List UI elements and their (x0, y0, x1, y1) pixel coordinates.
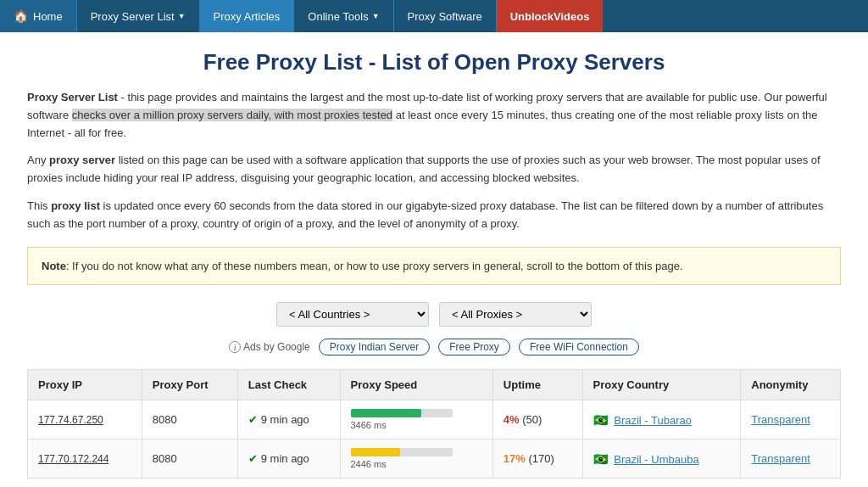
nav-proxy-server-list-label: Proxy Server List (91, 10, 175, 23)
note-text: Note: If you do not know what any of the… (42, 260, 683, 272)
cell-uptime-1: 17% (170) (492, 439, 582, 479)
cell-anonymity-1: Transparent (741, 439, 841, 479)
check-icon-0: ✔ (248, 413, 258, 426)
flag-icon-1: 🇧🇷 (593, 452, 608, 466)
flag-icon-0: 🇧🇷 (593, 413, 608, 427)
ad-badge-proxy-indian[interactable]: Proxy Indian Server (319, 339, 430, 355)
uptime-percent-0: 4% (504, 413, 520, 426)
country-filter[interactable]: < All Countries > United States Brazil R… (276, 302, 429, 327)
cell-lastcheck-1: ✔9 min ago (237, 439, 340, 479)
col-header-ip: Proxy IP (28, 370, 142, 400)
cell-uptime-0: 4% (50) (492, 400, 582, 439)
intro-highlight: checks over a million proxy servers dail… (72, 109, 392, 121)
speed-bar-fill-1 (351, 448, 401, 456)
cell-port-0: 8080 (142, 400, 237, 439)
cell-country-0: 🇧🇷 Brazil - Tubarao (582, 400, 741, 439)
speed-bar-bg-1 (351, 448, 453, 456)
anonymity-link-1[interactable]: Transparent (751, 452, 810, 465)
nav-proxy-server-list[interactable]: Proxy Server List ▼ (77, 0, 199, 32)
intro-bold-3: proxy list (51, 199, 100, 212)
intro-bold-2: proxy server (49, 154, 115, 166)
nav-proxy-software-label: Proxy Software (408, 10, 482, 23)
cell-anonymity-0: Transparent (741, 400, 841, 439)
col-header-speed: Proxy Speed (340, 370, 492, 400)
cell-country-1: 🇧🇷 Brazil - Umbauba (582, 439, 741, 479)
nav-online-tools-label: Online Tools (308, 10, 368, 23)
intro-bold-1: Proxy Server List (27, 91, 118, 104)
country-link-1[interactable]: Brazil - Umbauba (614, 453, 698, 466)
nav-unblock-videos-label: UnblockVideos (510, 10, 590, 23)
speed-bar-bg-0 (351, 409, 453, 417)
cell-speed-0: 3466 ms (340, 400, 492, 439)
table-row: 177.74.67.250 8080 ✔9 min ago 3466 ms 4%… (28, 400, 841, 439)
cell-ip-1: 177.70.172.244 (28, 439, 142, 479)
table-header-row: Proxy IP Proxy Port Last Check Proxy Spe… (28, 370, 841, 400)
intro-paragraph-1: Proxy Server List - this page provides a… (27, 89, 841, 142)
nav-home[interactable]: 🏠 Home (0, 0, 76, 32)
col-header-uptime: Uptime (492, 370, 582, 400)
note-box: Note: If you do not know what any of the… (27, 247, 841, 286)
speed-bar-container-1 (351, 448, 453, 456)
col-header-lastcheck: Last Check (237, 370, 340, 400)
speed-label-0: 3466 ms (351, 420, 482, 430)
ads-label: i Ads by Google (229, 341, 310, 353)
main-content: Free Proxy List - List of Open Proxy Ser… (10, 32, 858, 487)
chevron-down-icon-2: ▼ (372, 12, 380, 20)
speed-bar-container-0 (351, 409, 453, 417)
nav-proxy-articles-label: Proxy Articles (214, 10, 281, 23)
proxy-type-filter[interactable]: < All Proxies > Anonymous Elite Transpar… (439, 302, 592, 327)
proxy-ip-0[interactable]: 177.74.67.250 (38, 414, 103, 426)
nav-unblock-videos[interactable]: UnblockVideos (497, 0, 604, 32)
anonymity-link-0[interactable]: Transparent (751, 413, 810, 426)
speed-label-1: 2446 ms (351, 459, 482, 469)
proxy-table: Proxy IP Proxy Port Last Check Proxy Spe… (27, 369, 841, 479)
nav-online-tools[interactable]: Online Tools ▼ (294, 0, 392, 32)
navigation: 🏠 Home Proxy Server List ▼ Proxy Article… (0, 0, 868, 32)
uptime-percent-1: 17% (504, 452, 526, 465)
home-icon: 🏠 (14, 9, 28, 23)
cell-speed-1: 2446 ms (340, 439, 492, 479)
cell-ip-0: 177.74.67.250 (28, 400, 142, 439)
col-header-country: Proxy Country (582, 370, 741, 400)
proxy-ip-1[interactable]: 177.70.172.244 (38, 453, 108, 465)
cell-lastcheck-0: ✔9 min ago (237, 400, 340, 439)
page-title: Free Proxy List - List of Open Proxy Ser… (27, 49, 841, 76)
ads-row: i Ads by Google Proxy Indian Server Free… (27, 339, 841, 355)
nav-home-label: Home (33, 10, 63, 23)
col-header-anonymity: Anonymity (741, 370, 841, 400)
speed-bar-fill-0 (351, 409, 421, 417)
ads-by-google-text: Ads by Google (243, 341, 310, 353)
info-icon: i (229, 341, 241, 353)
intro-paragraph-2: Any proxy server listed on this page can… (27, 152, 841, 188)
country-link-0[interactable]: Brazil - Tubarao (614, 414, 692, 427)
nav-proxy-articles[interactable]: Proxy Articles (200, 0, 294, 32)
intro-paragraph-3: This proxy list is updated once every 60… (27, 198, 841, 233)
filter-row: < All Countries > United States Brazil R… (27, 302, 841, 327)
ad-badge-free-wifi[interactable]: Free WiFi Connection (519, 339, 639, 355)
check-icon-1: ✔ (248, 452, 258, 465)
cell-port-1: 8080 (142, 439, 237, 479)
chevron-down-icon-1: ▼ (178, 12, 186, 20)
col-header-port: Proxy Port (142, 370, 237, 400)
ad-badge-free-proxy[interactable]: Free Proxy (438, 339, 510, 355)
table-row: 177.70.172.244 8080 ✔9 min ago 2446 ms 1… (28, 439, 841, 479)
nav-proxy-software[interactable]: Proxy Software (394, 0, 496, 32)
